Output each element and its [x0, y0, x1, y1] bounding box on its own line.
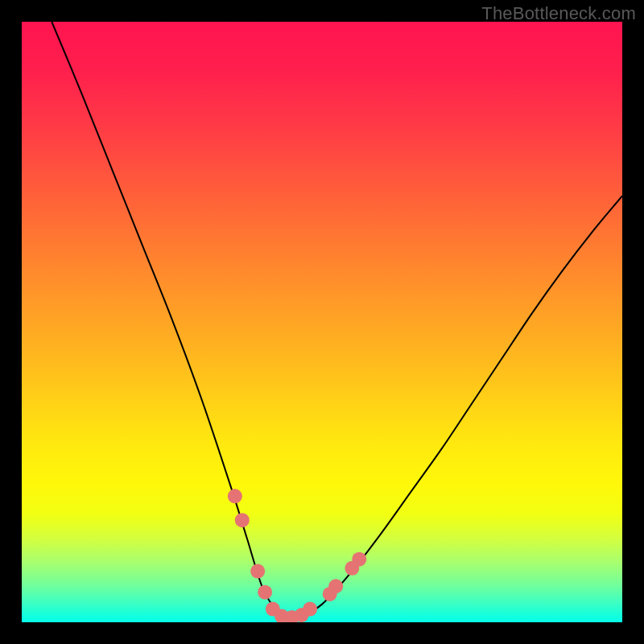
marker-point — [228, 489, 242, 503]
marker-point — [250, 564, 265, 579]
marker-point — [303, 602, 317, 617]
marker-point — [352, 552, 366, 567]
bottleneck-curve — [52, 22, 622, 619]
highlight-markers — [228, 489, 366, 622]
marker-point — [258, 585, 272, 600]
marker-point — [235, 513, 250, 527]
chart-plot-area — [22, 22, 622, 622]
chart-svg — [22, 22, 622, 622]
marker-point — [328, 579, 343, 593]
watermark-text: TheBottleneck.com — [481, 3, 636, 24]
